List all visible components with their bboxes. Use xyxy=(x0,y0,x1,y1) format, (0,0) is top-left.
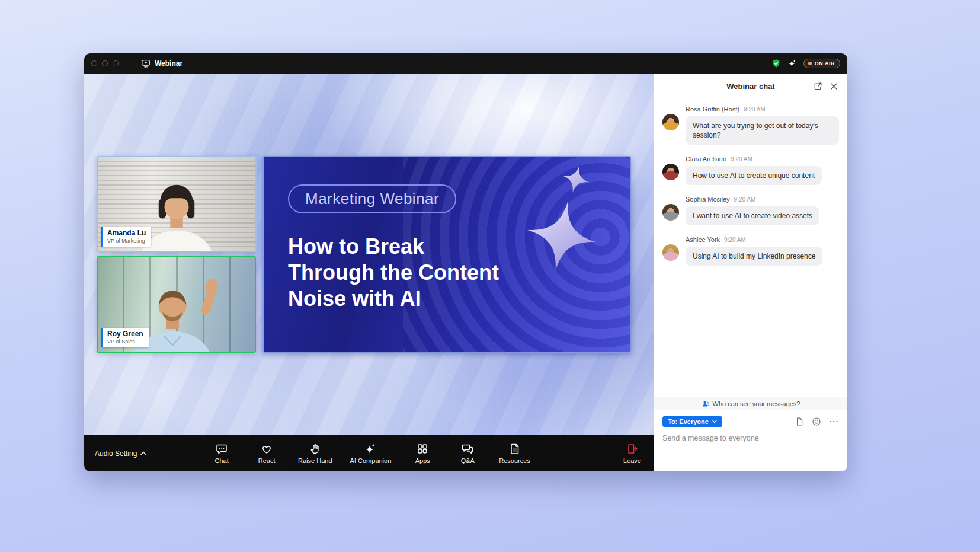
chat-message-list[interactable]: Rosa Griffin (Host) 9:20 AM What are you… xyxy=(654,98,847,397)
popout-icon[interactable] xyxy=(813,81,823,91)
visibility-note-text: Who can see your messages? xyxy=(713,400,800,407)
resources-icon xyxy=(509,443,521,455)
traffic-lights xyxy=(91,60,119,66)
slide-title-line: Noise with AI xyxy=(288,286,612,312)
webinar-icon xyxy=(141,59,150,68)
heart-icon xyxy=(261,443,273,455)
titlebar-right: ON AIR xyxy=(771,59,840,68)
speaker-name: Amanda Lu xyxy=(107,229,146,238)
attach-file-icon[interactable] xyxy=(795,417,804,426)
toolbar-label: Apps xyxy=(415,457,430,464)
chat-header: Webinar chat xyxy=(654,74,847,98)
chat-message: Ashlee York 9:20 AM Using AI to build my… xyxy=(662,236,839,266)
qa-button[interactable]: Q&A xyxy=(454,443,481,464)
message-bubble: What are you trying to get out of today'… xyxy=(686,116,839,145)
people-icon xyxy=(702,400,710,408)
app-identity: Webinar xyxy=(141,59,182,68)
shared-slide: Marketing Webinar How to Break Through t… xyxy=(262,156,631,353)
on-air-dot xyxy=(808,62,812,65)
to-everyone-selector[interactable]: To: Everyone xyxy=(662,416,722,427)
toolbar-items: Chat React Raise Hand xyxy=(208,443,530,464)
emoji-icon[interactable] xyxy=(812,417,821,426)
ai-companion-button[interactable]: AI Companion xyxy=(350,443,392,464)
message-time: 9:20 AM xyxy=(734,196,756,203)
chat-icon xyxy=(216,443,228,455)
toolbar-label: React xyxy=(258,457,276,464)
message-author: Clara Arellano xyxy=(686,155,726,162)
decorative-star-icon xyxy=(521,196,603,277)
toolbar-label: AI Companion xyxy=(350,457,392,464)
toolbar-label: Q&A xyxy=(461,457,475,464)
decorative-star-icon xyxy=(559,162,593,196)
message-time: 9:20 AM xyxy=(744,106,766,113)
avatar xyxy=(662,204,679,221)
chat-message: Rosa Griffin (Host) 9:20 AM What are you… xyxy=(662,106,839,145)
speaker-name: Roy Green xyxy=(107,330,143,339)
message-bubble: Using AI to build my LinkedIn presence xyxy=(686,247,822,266)
slide-badge: Marketing Webinar xyxy=(288,184,456,213)
message-composer: To: Everyone xyxy=(654,410,847,471)
toolbar-label: Leave xyxy=(623,457,641,464)
video-tile-roy[interactable]: Roy Green VP of Sales xyxy=(97,256,256,353)
more-options-icon[interactable]: ⋯ xyxy=(829,419,839,425)
toolbar-label: Resources xyxy=(499,457,530,464)
raise-hand-button[interactable]: Raise Hand xyxy=(298,443,332,464)
chat-panel: Webinar chat Rosa Griffin xyxy=(654,74,847,471)
speaker-role: VP of Sales xyxy=(107,339,143,345)
chat-button[interactable]: Chat xyxy=(208,443,235,464)
close-window-button[interactable] xyxy=(91,60,97,66)
visibility-note: Who can see your messages? xyxy=(654,397,847,410)
message-author: Rosa Griffin (Host) xyxy=(686,106,739,113)
audio-setting-label: Audio Setting xyxy=(95,449,137,458)
message-time: 9:20 AM xyxy=(724,237,746,243)
chat-message-input[interactable] xyxy=(662,434,839,442)
nametag-amanda: Amanda Lu VP of Marketing xyxy=(101,227,151,247)
chat-message: Sophia Mosiley 9:20 AM I want to use AI … xyxy=(662,196,839,225)
on-air-label: ON AIR xyxy=(815,60,835,66)
on-air-badge: ON AIR xyxy=(803,59,840,68)
meeting-toolbar: Audio Setting Chat xyxy=(84,435,654,471)
close-icon[interactable] xyxy=(829,81,839,91)
chat-footer: Who can see your messages? To: Everyone xyxy=(654,397,847,471)
window-title: Webinar xyxy=(155,59,182,68)
toolbar-label: Chat xyxy=(214,457,228,464)
leave-button[interactable]: Leave xyxy=(623,443,641,464)
speaker-role: VP of Marketing xyxy=(107,238,146,244)
chat-message: Clara Arellano 9:20 AM How to use AI to … xyxy=(662,155,839,185)
titlebar: Webinar ON AIR xyxy=(84,53,847,74)
stage-column: Amanda Lu VP of Marketing xyxy=(84,74,654,471)
message-time: 9:20 AM xyxy=(731,156,752,162)
ai-companion-icon xyxy=(364,443,376,455)
video-tile-amanda[interactable]: Amanda Lu VP of Marketing xyxy=(97,156,257,252)
nametag-roy: Roy Green VP of Sales xyxy=(101,328,149,347)
raise-hand-icon xyxy=(309,443,321,455)
leave-icon xyxy=(626,443,638,455)
react-button[interactable]: React xyxy=(253,443,280,464)
security-shield-icon[interactable] xyxy=(771,59,781,68)
message-bubble: I want to use AI to create video assets xyxy=(686,206,819,225)
minimize-window-button[interactable] xyxy=(102,60,108,66)
to-label: To: Everyone xyxy=(668,418,709,425)
message-author: Sophia Mosiley xyxy=(686,196,730,203)
message-author: Ashlee York xyxy=(686,236,720,243)
ai-sparkle-icon[interactable] xyxy=(787,59,797,68)
maximize-window-button[interactable] xyxy=(113,60,119,66)
apps-icon xyxy=(417,443,428,455)
resources-button[interactable]: Resources xyxy=(499,443,530,464)
avatar xyxy=(662,164,679,180)
webinar-window: Webinar ON AIR xyxy=(84,53,847,471)
avatar xyxy=(662,244,679,261)
avatar xyxy=(662,114,679,130)
qa-icon xyxy=(462,443,473,455)
audio-setting-button[interactable]: Audio Setting xyxy=(95,449,146,458)
chevron-up-icon xyxy=(140,451,146,455)
message-bubble: How to use AI to create unique content xyxy=(686,166,822,185)
chevron-down-icon xyxy=(712,420,717,423)
video-stage: Amanda Lu VP of Marketing xyxy=(84,74,654,435)
apps-button[interactable]: Apps xyxy=(409,443,436,464)
toolbar-label: Raise Hand xyxy=(298,457,332,464)
